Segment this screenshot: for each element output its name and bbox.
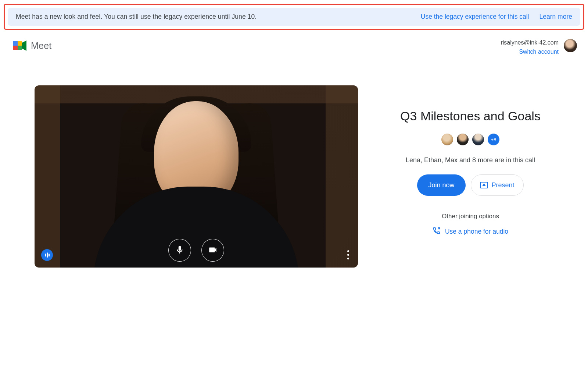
legacy-experience-link[interactable]: Use the legacy experience for this call	[421, 13, 529, 21]
audio-level-icon	[45, 252, 50, 258]
brand: Meet	[11, 38, 51, 53]
use-phone-for-audio-link[interactable]: Use a phone for audio	[433, 227, 508, 237]
use-phone-label: Use a phone for audio	[445, 228, 508, 236]
self-video-preview	[35, 85, 358, 268]
switch-account-link[interactable]: Switch account	[519, 49, 559, 55]
preview-more-options-button[interactable]	[347, 250, 349, 259]
participant-overflow-badge: +8	[488, 134, 499, 145]
account-area: risalynes@ink-42.com Switch account	[501, 38, 577, 57]
meeting-join-panel: Q3 Milestones and Goals +8 Lena, Ethan, …	[387, 85, 553, 268]
present-button-label: Present	[492, 181, 514, 189]
banner-highlight-frame: Meet has a new look and feel. You can st…	[4, 4, 584, 30]
microphone-icon	[175, 245, 184, 256]
present-to-all-icon	[480, 182, 488, 188]
toggle-camera-button[interactable]	[201, 239, 224, 262]
meeting-title: Q3 Milestones and Goals	[387, 109, 553, 123]
banner-message: Meet has a new look and feel. You can st…	[16, 13, 257, 21]
participant-avatar	[441, 134, 453, 145]
account-avatar[interactable]	[564, 39, 577, 52]
participant-avatar	[472, 134, 484, 145]
phone-callback-icon	[433, 227, 441, 237]
join-buttons: Join now Present	[387, 174, 553, 196]
info-banner: Meet has a new look and feel. You can st…	[8, 8, 580, 26]
account-email: risalynes@ink-42.com	[501, 38, 559, 47]
participants-summary: Lena, Ethan, Max and 8 more are in this …	[387, 156, 553, 164]
participant-avatar	[457, 134, 469, 145]
camera-icon	[208, 245, 218, 256]
other-options-heading: Other joining options	[387, 213, 553, 220]
banner-actions: Use the legacy experience for this call …	[421, 13, 572, 21]
preview-controls	[168, 239, 224, 262]
app-name: Meet	[31, 40, 51, 51]
meet-logo-icon	[11, 38, 28, 53]
present-button[interactable]: Present	[471, 174, 524, 196]
learn-more-link[interactable]: Learn more	[539, 13, 573, 21]
toggle-microphone-button[interactable]	[168, 239, 191, 262]
audio-level-indicator	[41, 249, 53, 261]
app-header: Meet risalynes@ink-42.com Switch account	[11, 36, 577, 59]
main-content: Q3 Milestones and Goals +8 Lena, Ethan, …	[35, 85, 553, 268]
join-now-button[interactable]: Join now	[417, 174, 465, 196]
participant-avatars: +8	[387, 134, 553, 145]
